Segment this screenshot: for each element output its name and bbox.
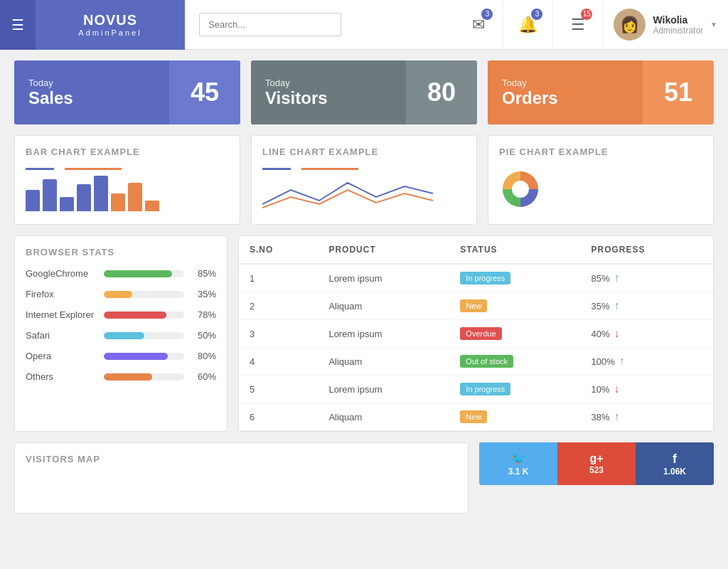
bell-badge: 3 [531,9,542,20]
mail-badge: 3 [481,9,493,20]
stats-row: Today Sales 45 Today Visitors 80 Today O… [14,60,714,124]
stat-card-orders: Today Orders 51 [488,60,714,124]
table-row: 5 Lorem ipsum In progress 10% ↓ [239,376,713,403]
avatar: 👩 [614,9,646,41]
google-card[interactable]: g+ 523 [557,442,636,485]
status-badge: New [460,410,487,423]
table-row: 2 Aliquam New 35% ↑ [239,292,713,320]
user-area[interactable]: 👩 Wikolia Administrator ▼ [603,9,728,41]
cell-status: New [449,403,580,431]
bell-button[interactable]: 🔔 3 [503,0,553,50]
hamburger-button[interactable]: ☰ [0,0,36,50]
stat-today-sales: Today [28,78,155,88]
cell-product: Aliquam [318,348,449,376]
line-legend-1 [262,168,291,170]
visitors-map-card: VISITORS MAP [14,442,469,514]
browser-stats-card: BROWSER STATS GoogleChrome 85% Firefox 3… [14,235,228,432]
status-badge: In progress [460,272,510,284]
table-row: 6 Aliquam New 38% ↑ [239,403,713,431]
pct-chrome: 85% [191,268,216,279]
browser-name-firefox: Firefox [26,289,97,299]
social-cards: 🐦 3.1 K g+ 523 f 1.06K [479,442,714,485]
chevron-down-icon: ▼ [710,21,717,28]
stat-today-visitors: Today [265,78,392,88]
mail-button[interactable]: ✉ 3 [454,0,503,50]
browser-item-firefox: Firefox 35% [26,289,216,299]
progress-bar-others-bg [104,373,184,381]
cell-product: Aliquam [318,292,449,320]
cell-progress: 38% ↑ [580,403,713,431]
stat-today-orders: Today [502,78,628,88]
table-row: 1 Lorem ipsum In progress 85% ↑ [239,264,713,292]
stat-label-sales: Sales [28,88,155,108]
facebook-count: 1.06K [663,467,686,477]
col-status: STATUS [449,236,580,264]
pie-chart-card: PIE CHART EXAMPLE [488,135,714,225]
bar-chart-bars [26,176,229,211]
bar-chart-card: BAR CHART EXAMPLE [14,135,240,225]
user-name: Wikolia [653,14,703,26]
line-chart-title: LINE CHART EXAMPLE [262,147,466,157]
pie-chart-svg [499,168,542,211]
bottom-row: BROWSER STATS GoogleChrome 85% Firefox 3… [14,235,714,432]
cell-sno: 6 [239,403,318,431]
hamburger-icon: ☰ [11,16,24,33]
stat-label-visitors: Visitors [265,88,392,108]
cell-sno: 5 [239,376,318,403]
stat-left-sales: Today Sales [14,60,169,124]
status-badge: New [460,299,487,312]
line-chart-card: LINE CHART EXAMPLE [251,135,477,225]
facebook-card[interactable]: f 1.06K [636,442,714,485]
cell-status: In progress [449,376,580,403]
arrow-up-icon: ↑ [619,355,625,368]
header: ☰ NOVUS AdminPanel ✉ 3 🔔 3 ☰ 15 👩 Wikoli… [0,0,728,50]
pie-chart-title: PIE CHART EXAMPLE [499,147,702,157]
pct-opera: 80% [191,351,216,361]
arrow-down-icon: ↓ [614,327,620,340]
cell-sno: 2 [239,292,318,320]
cell-sno: 4 [239,348,318,376]
progress-bar-firefox-fill [104,291,132,298]
browser-name-others: Others [26,371,97,382]
browser-name-chrome: GoogleChrome [26,268,97,279]
menu-badge: 15 [581,9,592,20]
col-sno: S.NO [239,236,318,264]
product-table: S.NO PRODUCT STATUS PROGRESS 1 Lorem ips… [239,236,713,431]
user-role: Administrator [653,26,703,36]
search-input[interactable] [199,13,341,36]
twitter-card[interactable]: 🐦 3.1 K [479,442,557,485]
browser-item-opera: Opera 80% [26,351,216,361]
table-row: 4 Aliquam Out of stock 100% ↑ [239,348,713,376]
visitors-map-title: VISITORS MAP [26,454,457,464]
status-badge: Out of stock [460,355,513,368]
status-badge: Overdue [460,327,501,340]
progress-bar-safari-bg [104,332,184,339]
pie-chart-visual [499,168,702,213]
browser-stats-title: BROWSER STATS [26,247,216,257]
browser-name-ie: Internet Explorer [26,309,97,320]
col-progress: PROGRESS [580,236,713,264]
cell-status: Out of stock [449,348,580,376]
charts-row: BAR CHART EXAMPLE LIN [14,135,714,225]
facebook-icon: f [673,452,677,467]
bar-legend-2 [65,168,122,170]
browser-item-ie: Internet Explorer 78% [26,309,216,320]
stat-left-visitors: Today Visitors [251,60,406,124]
progress-bar-opera-fill [104,353,168,360]
stat-value-sales: 45 [169,60,240,124]
browser-name-safari: Safari [26,330,97,341]
pct-firefox: 35% [191,289,216,299]
cell-status: In progress [449,264,580,292]
progress-bar-firefox-bg [104,291,184,298]
arrow-down-icon: ↓ [614,383,620,395]
twitter-icon: 🐦 [510,451,526,467]
svg-point-1 [512,181,529,198]
google-icon: g+ [589,452,603,465]
social-cards-container: 🐦 3.1 K g+ 523 f 1.06K [479,442,714,514]
menu-button[interactable]: ☰ 15 [553,0,603,50]
social-row: VISITORS MAP 🐦 3.1 K g+ 523 f 1.06K [14,442,714,514]
stat-label-orders: Orders [502,88,628,108]
cell-progress: 100% ↑ [580,348,713,376]
browser-item-others: Others 60% [26,371,216,382]
cell-product: Aliquam [318,403,449,431]
